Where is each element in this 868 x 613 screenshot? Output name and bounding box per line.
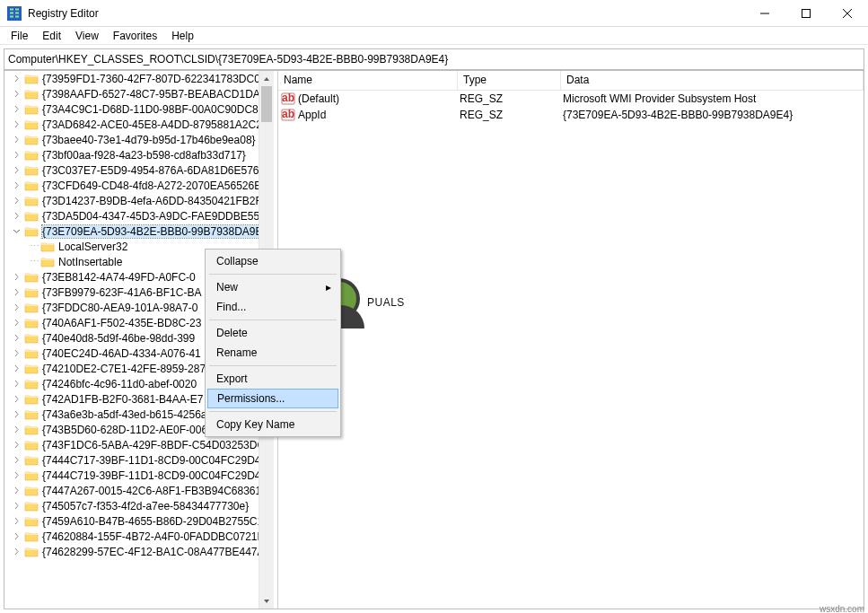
- list-row[interactable]: abAppIdREG_SZ{73E709EA-5D93-4B2E-BBB0-99…: [278, 107, 864, 123]
- tree-item[interactable]: {73DA5D04-4347-45D3-A9DC-FAE9DDBE558D}: [4, 208, 259, 223]
- svg-marker-12: [264, 600, 269, 603]
- tree-item[interactable]: {7459A610-B47B-4655-B86D-29D04B2755C1}: [4, 513, 259, 529]
- expand-icon[interactable]: [12, 517, 21, 526]
- expand-icon[interactable]: [12, 288, 21, 297]
- menu-favorites[interactable]: Favorites: [106, 27, 164, 45]
- titlebar: Registry Editor: [0, 0, 868, 27]
- col-type[interactable]: Type: [458, 71, 561, 90]
- folder-icon: [24, 530, 39, 543]
- expand-icon[interactable]: [12, 151, 21, 160]
- expand-icon[interactable]: [12, 395, 21, 404]
- expand-icon[interactable]: [12, 334, 21, 343]
- ctx-delete[interactable]: Delete: [207, 323, 338, 343]
- folder-icon: [24, 515, 39, 528]
- folder-icon: [24, 485, 39, 497]
- tree-item[interactable]: {73bf00aa-f928-4a23-b598-cd8afb33d717}: [4, 147, 259, 162]
- address-bar[interactable]: Computer\HKEY_CLASSES_ROOT\CLSID\{73E709…: [4, 48, 864, 70]
- expand-icon[interactable]: [12, 197, 21, 206]
- ctx-collapse[interactable]: Collapse: [207, 251, 338, 271]
- expand-icon[interactable]: [12, 74, 21, 83]
- tree-item[interactable]: {73E709EA-5D93-4B2E-BBB0-99B7938DA9E4}: [4, 223, 259, 239]
- expand-icon[interactable]: [12, 410, 21, 419]
- folder-icon: [24, 118, 39, 131]
- separator: [209, 274, 337, 275]
- expand-icon[interactable]: [12, 319, 21, 328]
- value-data: Microsoft WMI Provider Subsystem Host: [563, 92, 864, 105]
- tree-item[interactable]: {73CFD649-CD48-4fd8-A272-2070EA56526B}: [4, 178, 259, 193]
- tree-item-label: {740e40d8-5d9f-46be-98dd-399: [42, 332, 195, 345]
- folder-icon: [24, 500, 39, 512]
- ctx-new[interactable]: New▸: [207, 277, 338, 297]
- folder-icon: [24, 363, 39, 375]
- tree-item[interactable]: {74628299-57EC-4F12-BA1C-08A477BE447A}: [4, 544, 259, 559]
- folder-icon: [24, 225, 39, 238]
- expand-icon[interactable]: [12, 502, 21, 511]
- tree-item[interactable]: {73D14237-B9DB-4efa-A6DD-84350421FB2F}: [4, 193, 259, 208]
- tree-item-label: {7459A610-B47B-4655-B86D-29D04B2755C1}: [42, 515, 267, 528]
- folder-icon: [24, 195, 39, 207]
- close-button[interactable]: [827, 0, 868, 26]
- tree-item-label: {73A4C9C1-D68D-11D0-98BF-00A0C90DC8D9}: [42, 103, 274, 116]
- tree-item-label: {73E709EA-5D93-4B2E-BBB0-99B7938DA9E4}: [42, 225, 272, 238]
- menu-help[interactable]: Help: [164, 27, 201, 45]
- expand-icon[interactable]: [12, 181, 21, 190]
- expand-icon[interactable]: [12, 212, 21, 221]
- expand-icon[interactable]: [12, 456, 21, 465]
- tree-item[interactable]: {743F1DC6-5ABA-429F-8BDF-C54D03253DC2}: [4, 437, 259, 452]
- maximize-button[interactable]: [785, 0, 827, 26]
- menu-edit[interactable]: Edit: [35, 27, 68, 45]
- folder-icon: [24, 302, 39, 314]
- tree-item[interactable]: {73A4C9C1-D68D-11D0-98BF-00A0C90DC8D9}: [4, 101, 259, 117]
- tree-item-label: {73D14237-B9DB-4efa-A6DD-84350421FB2F}: [42, 195, 266, 207]
- scroll-down-icon[interactable]: [259, 593, 274, 609]
- ctx-export[interactable]: Export: [207, 369, 338, 389]
- scroll-up-icon[interactable]: [259, 71, 274, 86]
- col-data[interactable]: Data: [561, 71, 864, 90]
- expand-icon[interactable]: [12, 120, 21, 129]
- expand-icon[interactable]: [12, 105, 21, 114]
- expand-icon[interactable]: [12, 380, 21, 389]
- tree-item[interactable]: {73959FD1-7360-42F7-807D-622341783DC0}: [4, 71, 259, 86]
- expand-icon[interactable]: [12, 349, 21, 358]
- tree-item[interactable]: {74620884-155F-4B72-A4F0-0FADDBC0721E}: [4, 529, 259, 544]
- expand-icon[interactable]: [12, 425, 21, 434]
- svg-rect-8: [802, 9, 811, 17]
- collapse-icon[interactable]: [12, 227, 21, 236]
- expand-icon[interactable]: [12, 441, 21, 450]
- tree-item[interactable]: {73C037E7-E5D9-4954-876A-6DA81D6E5768}: [4, 162, 259, 178]
- svg-text:ab: ab: [282, 108, 294, 120]
- ctx-permissions[interactable]: Permissions...: [207, 389, 338, 408]
- expand-icon[interactable]: [12, 364, 21, 373]
- tree-item[interactable]: {7398AAFD-6527-48C7-95B7-BEABACD1DA4E}: [4, 86, 259, 101]
- ctx-find[interactable]: Find...: [207, 297, 338, 317]
- expand-icon[interactable]: [12, 547, 21, 556]
- tree-item-label: {7444C717-39BF-11D1-8CD9-00C04FC29D45}: [42, 454, 270, 467]
- scroll-thumb[interactable]: [261, 86, 272, 122]
- tree-item[interactable]: {7447A267-0015-42C6-A8F1-FB3B94C68361}: [4, 483, 259, 498]
- expand-icon[interactable]: [12, 136, 21, 144]
- tree-item[interactable]: {73baee40-73e1-4d79-b95d-17b46be9ea08}: [4, 132, 259, 147]
- tree-item[interactable]: {7444C719-39BF-11D1-8CD9-00C04FC29D45}: [4, 468, 259, 483]
- expand-icon[interactable]: [12, 166, 21, 175]
- folder-icon: [24, 378, 39, 390]
- ctx-rename[interactable]: Rename: [207, 343, 338, 363]
- list-row[interactable]: ab(Default)REG_SZMicrosoft WMI Provider …: [278, 91, 864, 107]
- expand-icon[interactable]: [12, 486, 21, 495]
- col-name[interactable]: Name: [278, 71, 458, 90]
- expand-icon[interactable]: [12, 471, 21, 480]
- tree-item[interactable]: {7444C717-39BF-11D1-8CD9-00C04FC29D45}: [4, 452, 259, 468]
- svg-rect-3: [10, 12, 13, 13]
- menu-file[interactable]: File: [4, 27, 35, 45]
- folder-icon: [24, 210, 39, 223]
- svg-rect-1: [10, 8, 13, 10]
- tree-item[interactable]: {73AD6842-ACE0-45E8-A4DD-8795881A2C2A}: [4, 117, 259, 132]
- minimize-button[interactable]: [744, 0, 785, 26]
- expand-icon[interactable]: [12, 303, 21, 312]
- tree-item[interactable]: {745057c7-f353-4f2d-a7ee-58434477730e}: [4, 498, 259, 513]
- expand-icon[interactable]: [12, 532, 21, 541]
- ctx-copy-key-name[interactable]: Copy Key Name: [207, 415, 338, 434]
- window-title: Registry Editor: [28, 7, 744, 20]
- expand-icon[interactable]: [12, 90, 21, 99]
- expand-icon[interactable]: [12, 273, 21, 282]
- menu-view[interactable]: View: [68, 27, 106, 45]
